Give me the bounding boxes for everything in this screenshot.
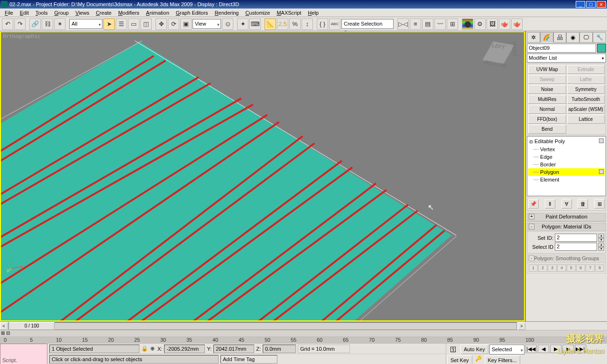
menu-modifiers[interactable]: Modifiers — [115, 9, 142, 16]
mod-multires[interactable]: MultiRes — [528, 95, 566, 104]
next-frame-button[interactable]: ▶ — [562, 345, 574, 353]
stack-vertex[interactable]: ┈┈ Vertex — [528, 146, 605, 153]
stack-editable-poly[interactable]: Editable Poly — [528, 137, 605, 146]
viewport[interactable]: Orthographic — [0, 31, 525, 321]
use-pivot-center-button[interactable]: ⊙ — [222, 18, 233, 30]
selection-filter-dropdown[interactable]: All — [69, 19, 102, 29]
bind-space-warp-button[interactable]: ✴ — [54, 18, 65, 30]
modifier-stack[interactable]: Editable Poly ┈┈ Vertex ┈┈ Edge ┈┈ Borde… — [527, 136, 606, 196]
rotate-button[interactable]: ⟳ — [168, 18, 179, 30]
move-button[interactable]: ✥ — [156, 18, 167, 30]
menu-customize[interactable]: Customize — [242, 9, 273, 16]
set-key-icon[interactable]: ⚿ — [447, 345, 460, 355]
tab-utilities[interactable]: 🔧 — [593, 32, 606, 43]
named-sel-sets-button[interactable]: { } — [317, 18, 328, 30]
menu-animation[interactable]: Animation — [143, 9, 172, 16]
sg-1[interactable]: 1 — [529, 264, 538, 272]
lock-icon[interactable]: 🔒 — [141, 346, 147, 352]
selection-set-input[interactable]: Create Selection Set — [341, 19, 394, 29]
mod-bend[interactable]: Bend — [528, 125, 566, 134]
sg-8[interactable]: 8 — [595, 264, 604, 272]
stack-polygon[interactable]: ┈┈ Polygon — [528, 168, 605, 176]
remove-modifier-button[interactable]: 🗑 — [578, 199, 588, 209]
select-manipulate-button[interactable]: ✦ — [237, 18, 248, 30]
keyfilters-button[interactable]: Key Filters... — [485, 355, 520, 364]
sg-6[interactable]: 6 — [576, 264, 585, 272]
close-button[interactable]: ✕ — [597, 1, 606, 8]
select-id-input[interactable]: 2 — [555, 243, 597, 251]
select-by-name-button[interactable]: ☰ — [116, 18, 127, 30]
render-button[interactable]: 🫖 — [499, 18, 510, 30]
menu-create[interactable]: Create — [93, 9, 114, 16]
percent-snap-button[interactable]: % — [289, 18, 301, 30]
sg-3[interactable]: 3 — [548, 264, 557, 272]
select-id-spinner[interactable]: ▲▼ — [598, 243, 604, 251]
rendered-frame-button[interactable]: 🖼 — [487, 18, 498, 30]
sg-7[interactable]: 7 — [586, 264, 595, 272]
menu-tools[interactable]: Tools — [33, 9, 51, 16]
ref-coord-dropdown[interactable]: View — [193, 19, 221, 29]
menu-group[interactable]: Group — [51, 9, 72, 16]
align-button[interactable]: ≡ — [410, 18, 421, 30]
goto-start-button[interactable]: |◀◀ — [525, 345, 537, 353]
mirror-button[interactable]: ▷◁ — [397, 18, 409, 30]
tab-modify[interactable]: 🌈 — [540, 32, 553, 43]
mod-lathe[interactable]: Lathe — [567, 75, 605, 84]
link-button[interactable]: 🔗 — [29, 18, 41, 30]
set-id-input[interactable]: 2 — [555, 234, 597, 242]
modifier-list-dropdown[interactable]: Modifier List — [527, 54, 606, 63]
mod-noise[interactable]: Noise — [528, 85, 566, 94]
tab-create[interactable]: ✲ — [527, 32, 540, 43]
mod-sweep[interactable]: Sweep — [528, 75, 566, 84]
time-slider-thumb[interactable]: 0 / 100 — [9, 322, 55, 330]
select-object-button[interactable]: ➤ — [103, 18, 115, 30]
setkey-button[interactable]: Set Key — [447, 355, 472, 364]
mod-turbosmooth[interactable]: TurboSmooth — [567, 95, 605, 104]
track-bar[interactable]: ⊞ ⊟ — [0, 330, 607, 337]
keyboard-shortcut-button[interactable]: ⌨ — [249, 18, 261, 30]
next-key-button[interactable]: > — [518, 322, 525, 330]
menu-help[interactable]: Help — [305, 9, 322, 16]
quick-render-button[interactable]: 🫖 — [511, 18, 523, 30]
coord-display-button[interactable]: ⊕ — [149, 346, 156, 352]
maxscript-mini-listener[interactable]: Script. — [0, 344, 47, 364]
object-name-input[interactable]: Object09 — [527, 44, 596, 53]
mod-symmetry[interactable]: Symmetry — [567, 85, 605, 94]
curve-editor-button[interactable]: 〰 — [434, 18, 446, 30]
mod-normal[interactable]: Normal — [528, 105, 566, 114]
stack-edge[interactable]: ┈┈ Edge — [528, 153, 605, 161]
abc-button[interactable]: ABC — [329, 18, 340, 30]
redo-button[interactable]: ↷ — [14, 18, 26, 30]
menu-graph-editors[interactable]: Graph Editors — [173, 9, 211, 16]
stack-border[interactable]: ┈┈ Border — [528, 161, 605, 168]
prev-key-button[interactable]: < — [0, 322, 8, 330]
undo-button[interactable]: ↶ — [2, 18, 13, 30]
z-coord-input[interactable]: 0.0mm — [263, 345, 296, 353]
play-button[interactable]: ▶ — [550, 345, 561, 353]
time-tag-button[interactable]: Add Time Tag — [221, 355, 277, 364]
mod-apscaler[interactable]: apScaler (WSM) — [567, 105, 605, 114]
pin-stack-button[interactable]: 📌 — [528, 199, 539, 209]
menu-maxscript[interactable]: MAXScript — [274, 9, 304, 16]
keyfilter-mode-dropdown[interactable]: Selected — [489, 345, 524, 355]
menu-rendering[interactable]: Rendering — [212, 9, 242, 16]
menu-file[interactable]: File — [2, 9, 16, 16]
set-id-spinner[interactable]: ▲▼ — [598, 234, 604, 242]
angle-snap-button[interactable]: 2.5 — [277, 18, 288, 30]
material-editor-button[interactable]: ⬤ — [462, 18, 473, 30]
render-setup-button[interactable]: ⚙ — [474, 18, 486, 30]
select-region-rect-button[interactable]: ▭ — [128, 18, 139, 30]
key-mode-icon[interactable]: 🔑 — [473, 355, 484, 364]
maximize-button[interactable]: ☐ — [586, 1, 596, 8]
make-unique-button[interactable]: ∀ — [561, 199, 572, 209]
y-coord-input[interactable]: 2042.017mm — [213, 345, 254, 353]
tab-hierarchy[interactable]: 品 — [553, 32, 567, 43]
schematic-view-button[interactable]: ⊞ — [447, 18, 458, 30]
configure-sets-button[interactable]: ⊞ — [594, 199, 605, 209]
unlink-button[interactable]: ⛓ — [42, 18, 53, 30]
tab-motion[interactable]: ◉ — [566, 32, 579, 43]
layers-button[interactable]: ▤ — [422, 18, 433, 30]
goto-end-button[interactable]: ▶▶| — [575, 345, 586, 353]
mod-lattice[interactable]: Lattice — [567, 115, 605, 124]
x-coord-input[interactable]: -2005.292mm — [164, 345, 205, 353]
